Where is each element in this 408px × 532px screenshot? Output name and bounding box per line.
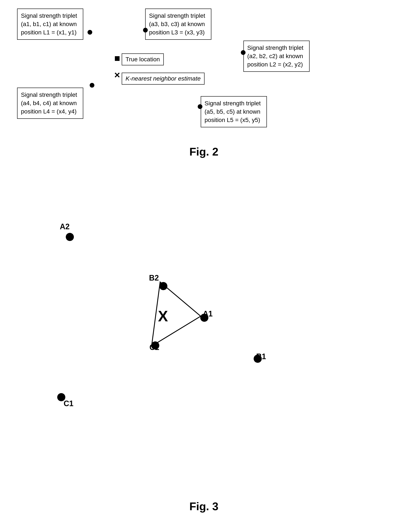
box-l2-line3: position L2 = (x2, y2): [247, 61, 303, 68]
box-l1-line3: position L1 = (x1, y1): [21, 29, 77, 36]
box-l3: Signal strength triplet (a3, b3, c3) at …: [145, 9, 211, 40]
box-l1: Signal strength triplet (a1, b1, c1) at …: [17, 9, 83, 40]
knn-x-marker: ✕: [114, 72, 120, 79]
dot-c1: [57, 393, 65, 401]
box-l2: Signal strength triplet (a2, b2, c2) at …: [243, 41, 310, 72]
box-l3-line1: Signal strength triplet: [149, 12, 205, 19]
dot-c2: [151, 341, 159, 349]
dot-b2: [159, 282, 167, 290]
dot-l3: [143, 28, 148, 33]
label-c1: C1: [64, 399, 73, 408]
true-location-marker: [115, 56, 119, 61]
box-true-location: True location: [122, 53, 164, 65]
dot-l1: [87, 30, 92, 35]
box-l5: Signal strength triplet (a5, b5, c5) at …: [201, 96, 267, 127]
box-knn: K-nearest neighbor estimate: [122, 73, 204, 85]
true-location-text: True location: [126, 56, 160, 63]
box-l4-line1: Signal strength triplet: [21, 91, 77, 98]
knn-text: K-nearest neighbor estimate: [126, 75, 201, 82]
page: Signal strength triplet (a1, b1, c1) at …: [0, 0, 408, 532]
box-l3-line3: position L3 = (x3, y3): [149, 29, 205, 36]
box-l1-text: Signal strength triplet: [21, 12, 77, 19]
box-l5-line1: Signal strength triplet: [204, 100, 261, 107]
fig3-area: A2 B2 A1 C2 X B1 C1 Fig. 3: [8, 192, 399, 513]
x-inside-triangle: X: [158, 308, 168, 325]
box-l4-line3: position L4 = (x4, y4): [21, 108, 77, 115]
dot-l5: [198, 104, 202, 109]
box-l1-line2: (a1, b1, c1) at known: [21, 21, 77, 27]
dot-l2: [241, 50, 246, 55]
box-l2-line2: (a2, b2, c2) at known: [247, 53, 303, 59]
box-l4-line2: (a4, b4, c4) at known: [21, 100, 77, 106]
triangle-svg: [124, 273, 213, 363]
box-l5-line2: (a5, b5, c5) at known: [204, 108, 260, 115]
dot-b1: [254, 355, 262, 363]
box-l5-line3: position L5 = (x5, y5): [204, 117, 260, 123]
box-l4: Signal strength triplet (a4, b4, c4) at …: [17, 87, 83, 119]
fig2-area: Signal strength triplet (a1, b1, c1) at …: [8, 4, 399, 158]
label-a2: A2: [60, 222, 70, 231]
dot-a1: [200, 314, 208, 322]
dot-l4: [90, 83, 94, 87]
box-l3-line2: (a3, b3, c3) at known: [149, 21, 205, 27]
dot-a2: [66, 233, 74, 241]
box-l2-line1: Signal strength triplet: [247, 44, 303, 51]
label-b2: B2: [149, 273, 159, 282]
fig3-caption: Fig. 3: [189, 500, 218, 513]
fig2-caption: Fig. 2: [189, 145, 218, 158]
